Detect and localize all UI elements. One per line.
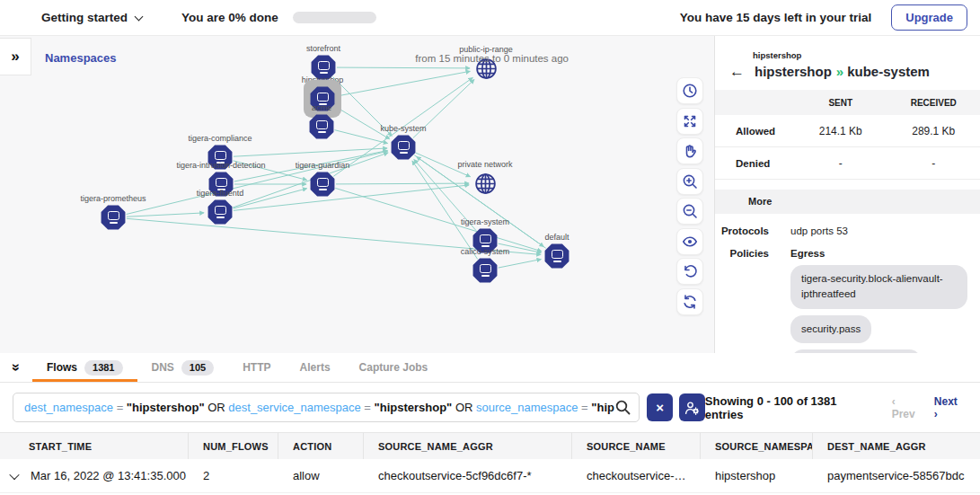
getting-started-menu[interactable]: Getting started [41, 11, 142, 24]
prev-page-button[interactable]: ‹ Prev [892, 395, 922, 420]
tab-label: DNS [152, 361, 174, 374]
column-header-start_time[interactable]: START_TIME [0, 433, 189, 459]
user-settings-button[interactable] [679, 393, 705, 421]
query-token-op: = [578, 401, 588, 414]
time-button[interactable] [676, 77, 703, 104]
table-cell: allow [278, 459, 364, 492]
stats-header-row: SENT RECEIVED [715, 90, 980, 115]
graph-node-label: tigera-guardian [269, 160, 376, 172]
fit-screen-button[interactable] [676, 108, 703, 135]
edge-details-panel: hipstershop ← hipstershop»kube-system SE… [714, 36, 980, 353]
graph-node-label: kube-system [349, 123, 457, 135]
zoom-in-button[interactable] [676, 168, 703, 195]
received-value: - [887, 157, 980, 170]
pan-hand-button[interactable] [676, 137, 703, 164]
policies-direction: Egress [790, 248, 825, 259]
namespace-node-icon [472, 258, 498, 283]
expand-sidebar-button[interactable]: » [0, 38, 31, 75]
sent-value: 214.1 Kb [794, 125, 887, 137]
zoom-in-icon [681, 172, 699, 190]
policy-tag[interactable]: platform.allow-kube-dns [790, 349, 922, 353]
zoom-out-button[interactable] [676, 198, 703, 225]
visibility-button[interactable] [676, 228, 703, 255]
table-cell: 2 [189, 459, 278, 492]
graph-node-label: acme [268, 102, 375, 114]
query-token-field: dest_service_namespace [225, 401, 361, 414]
graph-node-calico-system[interactable]: calico-system [431, 246, 539, 283]
graph-title: Namespaces [45, 51, 117, 65]
stats-rows: Allowed214.1 Kb289.1 KbDenied-- [715, 115, 980, 180]
table-header-row: START_TIMENUM_FLOWSACTIONSOURCE_NAME_AGG… [0, 433, 980, 459]
policy-tag[interactable]: security.pass [790, 315, 871, 343]
protocols-row: Protocols udp ports 53 [715, 225, 980, 236]
stats-row-allowed: Allowed214.1 Kb289.1 Kb [715, 115, 980, 147]
upgrade-button[interactable]: Upgrade [891, 4, 967, 31]
progress-label: You are 0% done [181, 11, 278, 24]
clear-query-button[interactable]: × [647, 393, 673, 421]
table-cell: checkoutservice-… [572, 459, 701, 492]
graph-node-tigera-fluentd[interactable]: tigera-fluentd [166, 188, 274, 225]
column-header-source_name[interactable]: SOURCE_NAME [572, 433, 701, 459]
graph-node-label: tigera-intrusion-detection [167, 160, 275, 172]
pan-hand-icon [681, 142, 699, 160]
column-header-source_namespace[interactable]: SOURCE_NAMESPACE [701, 433, 813, 459]
graph-time-range: from 15 minutes to 0 minutes ago [415, 53, 569, 64]
tab-dns[interactable]: DNS105 [137, 353, 229, 382]
search-icon[interactable] [614, 399, 631, 416]
namespace-node-icon [309, 114, 334, 139]
progress-bar [293, 12, 376, 23]
namespace-node-icon [207, 199, 233, 225]
policies-row: Policies Egress [715, 248, 980, 259]
query-token-field: dest_namespace [24, 401, 113, 414]
filter-bar: dest_namespace = "hipstershop" OR dest_s… [0, 383, 980, 432]
refresh-icon [681, 293, 699, 311]
back-button[interactable]: ← [729, 64, 745, 79]
sent-header: SENT [794, 98, 887, 108]
next-page-button[interactable]: Next › [934, 395, 964, 420]
sent-value: - [794, 157, 887, 170]
undo-button[interactable] [676, 258, 703, 285]
column-header-dest_name_aggr[interactable]: DEST_NAME_AGGR [813, 433, 980, 459]
graph-toolbar [676, 77, 703, 315]
query-input[interactable]: dest_namespace = "hipstershop" OR dest_s… [13, 393, 640, 422]
tab-label: HTTP [243, 361, 270, 374]
policy-tag[interactable]: tigera-security.block-alienvault-ipthrea… [790, 265, 967, 309]
zoom-out-icon [681, 202, 699, 220]
tabs: Flows1381DNS105HTTPAlertsCapture Jobs [32, 353, 442, 382]
trial-countdown-text: You have 15 days left in your trial [680, 11, 872, 24]
graph-node-tigera-guardian[interactable]: tigera-guardian [269, 160, 376, 197]
stats-row-label: Allowed [715, 126, 794, 137]
flow-direction-icon: » [836, 64, 843, 79]
column-header-source_name_aggr[interactable]: SOURCE_NAME_AGGR [364, 433, 572, 459]
row-expand-chevron-icon[interactable] [9, 469, 19, 479]
graph-node-kube-system[interactable]: kube-system [349, 123, 457, 160]
tab-count-badge: 105 [181, 360, 214, 376]
query-token-val: "hipstershop" [123, 401, 204, 414]
graph-node-label: tigera-compliance [166, 133, 274, 145]
more-section-header[interactable]: More [715, 190, 980, 214]
graph-node-label: calico-system [431, 246, 539, 258]
tab-label: Capture Jobs [359, 361, 428, 374]
tab-capture-jobs[interactable]: Capture Jobs [345, 353, 443, 382]
table-body: Mar 16, 2022 @ 13:41:35.0002allowcheckou… [0, 459, 980, 493]
tab-count-badge: 1381 [84, 360, 122, 376]
policy-tag-list: tigera-security.block-alienvault-ipthrea… [790, 265, 980, 353]
refresh-button[interactable] [676, 288, 703, 315]
tab-flows[interactable]: Flows1381 [32, 353, 137, 382]
table-row[interactable]: Mar 16, 2022 @ 13:41:35.0002allowcheckou… [0, 459, 980, 493]
graph-node-private-network[interactable]: private network [431, 159, 539, 197]
column-header-num_flows[interactable]: NUM_FLOWS [189, 433, 278, 459]
graph-node-label: tigera-fluentd [166, 188, 274, 199]
tab-http[interactable]: HTTP [228, 353, 285, 382]
protocols-value: udp ports 53 [790, 225, 848, 236]
breadcrumb: hipstershop [753, 50, 980, 60]
graph-node-tigera-prometheus[interactable]: tigera-prometheus [59, 193, 167, 230]
column-header-action[interactable]: ACTION [278, 433, 364, 459]
top-bar: Getting started You are 0% done You have… [0, 0, 980, 36]
tab-alerts[interactable]: Alerts [286, 353, 345, 382]
time-icon [681, 82, 699, 100]
collapse-panel-icon[interactable]: » [8, 351, 24, 384]
graph-node-label: tigera-system [431, 217, 539, 228]
table-cell: checkoutservice-5cf96dc6f7-* [364, 459, 572, 492]
tab-label: Alerts [300, 361, 331, 374]
